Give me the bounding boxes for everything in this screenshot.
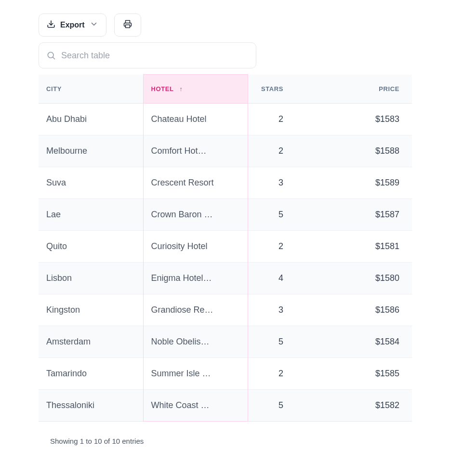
cell-stars: 3 [248,294,296,326]
cell-price: $1585 [296,358,412,390]
cell-city: Amsterdam [39,326,143,358]
cell-stars: 2 [248,135,296,167]
cell-city: Lisbon [39,263,143,294]
sort-asc-icon: ↑ [180,85,183,93]
cell-price: $1589 [296,167,412,199]
col-header-stars-label: STARS [261,85,283,93]
cell-city: Thessaloniki [39,390,143,422]
cell-stars: 5 [248,199,296,231]
cell-hotel: Enigma Hotel… [143,263,248,294]
table-row[interactable]: Amsterdam Noble Obelis… 5 $1584 [39,326,412,358]
cell-stars: 5 [248,390,296,422]
table-footer-info: Showing 1 to 10 of 10 entries [50,437,424,445]
cell-city: Tamarindo [39,358,143,390]
cell-price: $1588 [296,135,412,167]
svg-line-3 [53,57,55,59]
cell-city: Abu Dhabi [39,104,143,135]
cell-price: $1581 [296,231,412,263]
svg-rect-1 [125,25,130,28]
cell-price: $1586 [296,294,412,326]
table-row[interactable]: Abu Dhabi Chateau Hotel 2 $1583 [39,104,412,135]
cell-stars: 3 [248,167,296,199]
cell-hotel: Chateau Hotel [143,104,248,135]
cell-city: Quito [39,231,143,263]
cell-hotel: Curiosity Hotel [143,231,248,263]
cell-price: $1587 [296,199,412,231]
cell-hotel: Grandiose Re… [143,294,248,326]
col-header-price-label: PRICE [379,85,399,93]
table-row[interactable]: Lisbon Enigma Hotel… 4 $1580 [39,263,412,294]
cell-stars: 5 [248,326,296,358]
export-label: Export [60,21,85,29]
data-table: CITY HOTEL ↑ STARS PRICE Abu Dhabi Chate… [39,74,412,422]
col-header-hotel-label: HOTEL [151,85,174,93]
table-row[interactable]: Melbourne Comfort Hot… 2 $1588 [39,135,412,167]
cell-stars: 4 [248,263,296,294]
print-button[interactable] [114,13,141,37]
toolbar: Export [39,13,424,37]
cell-hotel: Crown Baron … [143,199,248,231]
cell-stars: 2 [248,358,296,390]
search-input[interactable] [39,42,256,68]
table-row[interactable]: Quito Curiosity Hotel 2 $1581 [39,231,412,263]
cell-price: $1580 [296,263,412,294]
cell-stars: 2 [248,104,296,135]
table-row[interactable]: Thessaloniki White Coast … 5 $1582 [39,390,412,422]
chevron-down-icon [90,20,98,30]
export-button[interactable]: Export [39,13,106,37]
cell-price: $1582 [296,390,412,422]
search-wrap [39,42,256,68]
cell-price: $1583 [296,104,412,135]
table-row[interactable]: Kingston Grandiose Re… 3 $1586 [39,294,412,326]
svg-point-2 [48,52,53,58]
table-row[interactable]: Suva Crescent Resort 3 $1589 [39,167,412,199]
col-header-city[interactable]: CITY [39,75,143,104]
cell-stars: 2 [248,231,296,263]
cell-city: Kingston [39,294,143,326]
cell-hotel: White Coast … [143,390,248,422]
cell-hotel: Noble Obelis… [143,326,248,358]
print-icon [123,20,132,30]
cell-city: Lae [39,199,143,231]
table-row[interactable]: Lae Crown Baron … 5 $1587 [39,199,412,231]
col-header-hotel[interactable]: HOTEL ↑ [143,75,248,104]
table-row[interactable]: Tamarindo Summer Isle … 2 $1585 [39,358,412,390]
cell-hotel: Comfort Hot… [143,135,248,167]
col-header-price[interactable]: PRICE [296,75,412,104]
download-icon [47,20,55,30]
col-header-stars[interactable]: STARS [248,75,296,104]
cell-price: $1584 [296,326,412,358]
col-header-city-label: CITY [46,85,62,93]
cell-city: Melbourne [39,135,143,167]
cell-city: Suva [39,167,143,199]
cell-hotel: Summer Isle … [143,358,248,390]
cell-hotel: Crescent Resort [143,167,248,199]
